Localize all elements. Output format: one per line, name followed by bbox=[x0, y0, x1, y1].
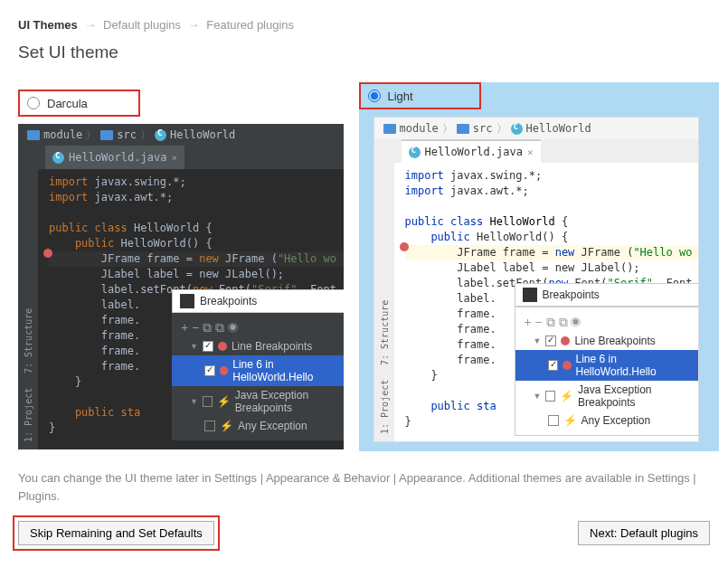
class-icon bbox=[52, 152, 64, 164]
breakpoint-dot-icon bbox=[43, 249, 52, 258]
breakpoint-dot-icon bbox=[563, 361, 572, 370]
close-icon[interactable]: × bbox=[171, 152, 177, 164]
checkbox-icon bbox=[203, 341, 213, 352]
tool-sidebar: 1: Project 7: Structure bbox=[374, 139, 394, 441]
editor-breadcrumb: module 〉 src 〉 HelloWorld bbox=[18, 124, 344, 146]
class-icon bbox=[155, 129, 166, 141]
breakpoint-dot-icon bbox=[561, 336, 570, 345]
bp-line-breakpoints[interactable]: ▼Line Breakpoints bbox=[515, 332, 699, 350]
bolt-icon: ⚡ bbox=[563, 414, 577, 427]
breakpoints-toolbar[interactable]: + − ⧉ ⧉ ◉ bbox=[515, 313, 699, 332]
checkbox-icon bbox=[545, 391, 555, 402]
tab-helloworld[interactable]: HelloWorld.java × bbox=[402, 139, 541, 163]
breakpoints-header: Breakpoints bbox=[172, 289, 344, 313]
bp-any-exception[interactable]: ⚡Any Exception bbox=[172, 417, 344, 435]
breakpoints-header: Breakpoints bbox=[515, 283, 699, 307]
bolt-icon: ⚡ bbox=[220, 420, 233, 432]
class-icon bbox=[511, 123, 523, 135]
breakpoints-popup: Breakpoints + − ⧉ ⧉ ◉ ▼Line Breakpoints … bbox=[172, 289, 344, 440]
sidebar-project[interactable]: 1: Project bbox=[374, 373, 394, 441]
breakpoints-toolbar[interactable]: + − ⧉ ⧉ ◉ bbox=[172, 318, 344, 337]
breadcrumb-step-themes: UI Themes bbox=[18, 18, 78, 32]
radio-icon[interactable] bbox=[368, 90, 381, 102]
close-icon[interactable]: × bbox=[527, 146, 534, 158]
checkbox-icon bbox=[548, 415, 559, 426]
theme-option-light[interactable]: Light module 〉 src 〉 HelloWorld HelloWor bbox=[373, 90, 711, 451]
radio-label-darcula: Darcula bbox=[47, 97, 88, 110]
theme-option-darcula[interactable]: Darcula module 〉 src 〉 HelloWorld HelloW bbox=[18, 90, 355, 451]
skip-button[interactable]: Skip Remaining and Set Defaults bbox=[18, 521, 214, 545]
breadcrumb-step-default: Default plugins bbox=[103, 18, 181, 32]
breakpoints-icon bbox=[180, 294, 194, 308]
expand-icon: ▼ bbox=[190, 342, 198, 351]
preview-darcula: module 〉 src 〉 HelloWorld HelloWorld.jav… bbox=[18, 124, 344, 449]
breakpoints-icon bbox=[523, 288, 537, 302]
preview-light: module 〉 src 〉 HelloWorld HelloWorld.jav… bbox=[373, 117, 699, 442]
checkbox-icon bbox=[204, 421, 215, 431]
breadcrumb-step-featured: Featured plugins bbox=[206, 18, 294, 32]
sidebar-project[interactable]: 1: Project bbox=[18, 381, 38, 449]
sidebar-structure[interactable]: 7: Structure bbox=[18, 301, 38, 381]
bp-line6[interactable]: Line 6 in HelloWorld.Hello bbox=[172, 355, 344, 386]
next-button[interactable]: Next: Default plugins bbox=[578, 521, 710, 545]
bp-java-exception[interactable]: ▼⚡Java Exception Breakpoints bbox=[515, 381, 699, 411]
checkbox-icon bbox=[204, 365, 215, 376]
editor-tabs: HelloWorld.java × bbox=[374, 139, 698, 163]
checkbox-icon bbox=[545, 336, 556, 346]
bp-line-breakpoints[interactable]: ▼Line Breakpoints bbox=[172, 337, 344, 355]
radio-label-light: Light bbox=[388, 90, 413, 103]
expand-icon: ▼ bbox=[534, 336, 542, 345]
breakpoint-dot-icon bbox=[400, 242, 409, 251]
tool-sidebar: 1: Project 7: Structure bbox=[18, 146, 38, 449]
expand-icon: ▼ bbox=[190, 397, 198, 406]
tab-helloworld[interactable]: HelloWorld.java × bbox=[45, 146, 184, 169]
editor-tabs: HelloWorld.java × bbox=[18, 146, 344, 169]
theme-note: You can change the UI theme later in Set… bbox=[18, 469, 710, 505]
wizard-breadcrumb: UI Themes → Default plugins → Featured p… bbox=[18, 18, 710, 32]
bolt-icon: ⚡ bbox=[560, 390, 573, 402]
radio-icon[interactable] bbox=[27, 97, 40, 109]
checkbox-icon bbox=[548, 360, 559, 371]
folder-icon bbox=[100, 130, 113, 140]
arrow-icon: → bbox=[188, 18, 200, 32]
arrow-icon: → bbox=[84, 18, 96, 32]
bolt-icon: ⚡ bbox=[217, 395, 231, 408]
breakpoint-dot-icon bbox=[218, 342, 227, 351]
folder-icon bbox=[383, 124, 396, 134]
folder-icon bbox=[457, 124, 469, 134]
breakpoint-dot-icon bbox=[220, 366, 229, 375]
class-icon bbox=[409, 146, 421, 158]
expand-icon: ▼ bbox=[534, 392, 542, 401]
sidebar-structure[interactable]: 7: Structure bbox=[374, 293, 394, 373]
page-title: Set UI theme bbox=[18, 43, 710, 62]
editor-breadcrumb: module 〉 src 〉 HelloWorld bbox=[374, 118, 698, 139]
bp-java-exception[interactable]: ▼⚡Java Exception Breakpoints bbox=[172, 386, 344, 417]
folder-icon bbox=[27, 130, 40, 140]
bp-line6[interactable]: Line 6 in HelloWorld.Hello bbox=[515, 350, 699, 381]
checkbox-icon bbox=[203, 396, 213, 407]
breakpoints-popup: Breakpoints + − ⧉ ⧉ ◉ ▼Line Breakpoints … bbox=[515, 283, 699, 436]
bp-any-exception[interactable]: ⚡Any Exception bbox=[515, 411, 699, 430]
